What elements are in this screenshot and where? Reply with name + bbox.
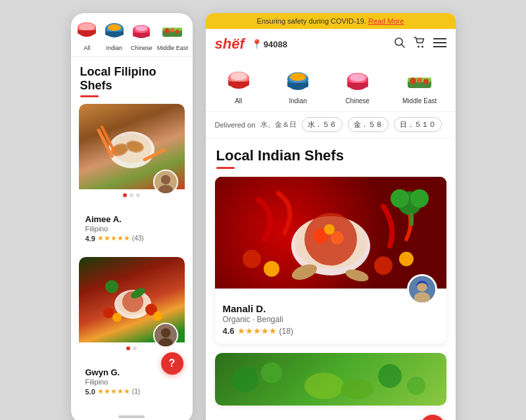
desktop-category-chinese[interactable]: Chinese bbox=[343, 66, 372, 105]
svg-point-53 bbox=[231, 72, 247, 80]
svg-rect-79 bbox=[410, 213, 414, 226]
phone-title-underline bbox=[80, 95, 99, 97]
svg-point-88 bbox=[414, 292, 429, 303]
phone-chef-1-rating: 4.9 ★★★★★ (43) bbox=[85, 234, 178, 243]
desktop-chef-1-rating-num: 4.6 bbox=[223, 326, 235, 336]
phone-category-chinese-label: Chinese bbox=[131, 45, 153, 51]
delivery-label: Delivered on bbox=[215, 121, 256, 129]
svg-point-94 bbox=[341, 379, 373, 399]
cart-icon[interactable] bbox=[414, 37, 425, 51]
svg-point-90 bbox=[261, 362, 282, 383]
phone-category-all[interactable]: All bbox=[75, 18, 99, 51]
header-icons bbox=[394, 37, 446, 51]
phone-scroll-bar bbox=[71, 410, 193, 420]
desktop-delivery-row: Delivered on 水、金＆日 水．５６ 金．５８ 日．５１０ bbox=[206, 112, 456, 138]
svg-point-35 bbox=[112, 313, 122, 322]
phone-frame: All Indian bbox=[71, 13, 193, 420]
phone-category-chinese[interactable]: Chinese bbox=[130, 18, 153, 51]
desktop-header: shëf 📍 94088 bbox=[206, 29, 456, 59]
desktop-screen: Ensuring safety during COVID-19. Read Mo… bbox=[206, 13, 456, 420]
svg-point-83 bbox=[399, 252, 414, 266]
desktop-frame: Ensuring safety during COVID-19. Read Mo… bbox=[206, 13, 456, 420]
menu-icon[interactable] bbox=[433, 37, 446, 51]
svg-point-67 bbox=[410, 78, 416, 84]
phone-category-all-label: All bbox=[84, 45, 90, 51]
svg-rect-13 bbox=[133, 33, 150, 37]
svg-point-17 bbox=[170, 28, 174, 32]
main-container: All Indian bbox=[71, 13, 456, 420]
desktop-category-mideast-label: Middle East bbox=[402, 97, 437, 105]
desktop-fab-button[interactable]: ? bbox=[420, 415, 445, 420]
desktop-indian-icon bbox=[283, 66, 312, 95]
svg-point-45 bbox=[418, 46, 419, 48]
desktop-category-mideast[interactable]: Middle East bbox=[402, 66, 437, 105]
delivery-day-sun[interactable]: 日．５１０ bbox=[394, 117, 442, 132]
svg-rect-64 bbox=[347, 83, 368, 87]
desktop-chef-card-2-image bbox=[215, 353, 446, 406]
desktop-category-row: All Indian bbox=[206, 59, 456, 112]
svg-rect-59 bbox=[287, 83, 308, 87]
desktop-category-indian[interactable]: Indian bbox=[283, 66, 312, 105]
phone-category-row: All Indian bbox=[71, 13, 193, 57]
svg-point-81 bbox=[264, 261, 279, 277]
desktop-chef-1-avatar bbox=[407, 274, 437, 304]
svg-point-68 bbox=[417, 78, 422, 83]
delivery-day-wed[interactable]: 水．５６ bbox=[302, 117, 343, 132]
svg-point-93 bbox=[407, 377, 425, 395]
phone-screen: All Indian bbox=[71, 13, 193, 420]
desktop-chef-card-1[interactable]: Manali D. Organic · Bengali 4.6 ★★★★★ (1… bbox=[215, 177, 446, 344]
desktop-chef-card-1-image bbox=[215, 177, 446, 289]
desktop-chef-card-2[interactable] bbox=[215, 353, 446, 406]
svg-point-82 bbox=[374, 256, 393, 275]
phone-chef-card-1[interactable]: Aimee A. Filipino 4.9 ★★★★★ (43) bbox=[79, 104, 185, 249]
phone-fab-button[interactable]: ? bbox=[161, 352, 183, 375]
phone-chef-1-count: (43) bbox=[132, 235, 144, 242]
svg-point-29 bbox=[160, 175, 170, 184]
svg-point-78 bbox=[410, 189, 429, 208]
phone-chef-2-avatar bbox=[153, 323, 178, 348]
desktop-mideast-icon bbox=[405, 66, 434, 95]
desktop-category-indian-label: Indian bbox=[289, 97, 307, 105]
desktop-chef-1-name: Manali D. bbox=[223, 303, 439, 314]
svg-point-77 bbox=[391, 189, 409, 208]
svg-point-80 bbox=[243, 250, 261, 268]
phone-category-indian[interactable]: Indian bbox=[103, 18, 126, 51]
desktop-category-chinese-label: Chinese bbox=[345, 97, 370, 105]
location[interactable]: 📍 94088 bbox=[251, 39, 287, 49]
svg-point-58 bbox=[290, 73, 306, 81]
phone-chef-1-stars: ★★★★★ bbox=[97, 234, 130, 243]
desktop-category-all-label: All bbox=[235, 97, 242, 105]
svg-rect-3 bbox=[78, 30, 96, 34]
desktop-chef-1-count: (18) bbox=[279, 327, 293, 336]
phone-chef-2-stars: ★★★★★ bbox=[97, 387, 130, 396]
phone-chef-2-cuisine: Filipino bbox=[85, 378, 178, 386]
desktop-chef-1-cuisine: Organic · Bengali bbox=[223, 315, 439, 324]
logo[interactable]: shëf bbox=[215, 35, 245, 53]
delivery-days-text: 水、金＆日 bbox=[260, 120, 297, 129]
svg-point-42 bbox=[158, 338, 172, 347]
phone-category-mideast-label: Middle East bbox=[157, 45, 188, 51]
svg-point-12 bbox=[135, 26, 147, 31]
mideast-icon bbox=[160, 18, 184, 42]
phone-category-indian-label: Indian bbox=[106, 45, 122, 51]
phone-category-mideast[interactable]: Middle East bbox=[157, 18, 188, 51]
search-icon[interactable] bbox=[394, 37, 406, 51]
desktop-category-all[interactable]: All bbox=[224, 66, 253, 105]
location-pin-icon: 📍 bbox=[251, 39, 262, 49]
phone-chef-1-cuisine: Filipino bbox=[85, 225, 178, 233]
banner-link[interactable]: Read More bbox=[368, 17, 404, 25]
svg-point-46 bbox=[421, 46, 423, 48]
phone-chef-2-rating-num: 5.0 bbox=[85, 388, 95, 396]
delivery-day-fri[interactable]: 金．５８ bbox=[348, 117, 389, 132]
svg-point-37 bbox=[153, 312, 162, 321]
desktop-all-icon bbox=[224, 66, 253, 95]
svg-point-41 bbox=[160, 328, 170, 337]
desktop-section-title: Local Indian Shefs bbox=[206, 138, 456, 167]
desktop-chinese-icon bbox=[343, 66, 372, 95]
indian-icon bbox=[103, 18, 126, 42]
phone-chef-card-2[interactable]: Gwyn G. Filipino 5.0 ★★★★★ (1) bbox=[79, 257, 185, 402]
phone-chef-2-count: (1) bbox=[132, 388, 140, 395]
phone-chef-2-rating: 5.0 ★★★★★ (1) bbox=[85, 387, 178, 396]
svg-point-89 bbox=[232, 366, 258, 392]
covid-banner: Ensuring safety during COVID-19. Read Mo… bbox=[206, 13, 456, 29]
